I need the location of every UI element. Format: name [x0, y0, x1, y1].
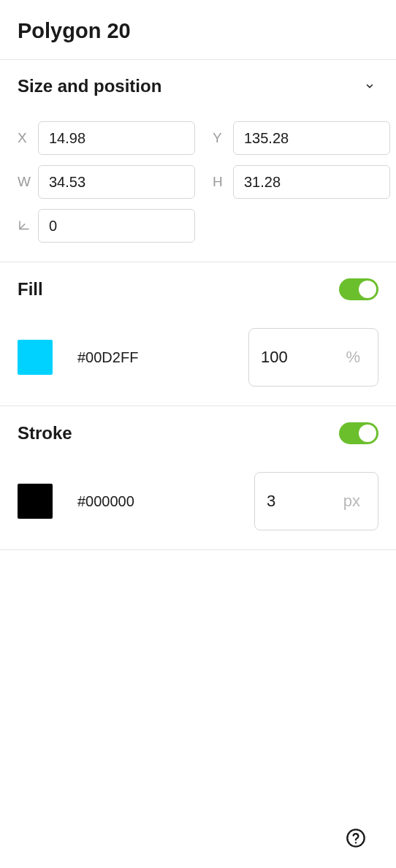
- section-header-size-position[interactable]: Size and position: [18, 76, 378, 96]
- section-fill: Fill #00D2FF %: [0, 262, 396, 406]
- label-y: Y: [213, 130, 226, 146]
- stroke-width-input[interactable]: [267, 492, 311, 511]
- fill-color-hex: #00D2FF: [77, 349, 138, 366]
- divider: [0, 549, 396, 550]
- input-x[interactable]: [38, 121, 195, 155]
- section-size-position: Size and position X Y W H: [0, 59, 396, 262]
- stroke-color-hex: #000000: [77, 493, 134, 510]
- stroke-width-box: px: [254, 472, 378, 530]
- section-title-stroke: Stroke: [18, 423, 72, 443]
- fill-opacity-input[interactable]: [261, 348, 305, 367]
- label-h: H: [213, 174, 226, 190]
- input-w[interactable]: [38, 165, 195, 199]
- stroke-toggle[interactable]: [339, 422, 378, 444]
- label-w: W: [18, 174, 31, 190]
- input-y[interactable]: [233, 121, 390, 155]
- stroke-width-unit: px: [343, 492, 360, 511]
- chevron-down-icon[interactable]: [364, 80, 376, 92]
- section-stroke: Stroke #000000 px: [0, 406, 396, 549]
- fill-opacity-unit: %: [346, 348, 360, 367]
- fill-opacity-box: %: [248, 328, 378, 387]
- help-icon[interactable]: [345, 827, 367, 849]
- label-x: X: [18, 130, 31, 146]
- size-position-fields: X Y W H: [18, 121, 378, 243]
- stroke-color-swatch[interactable]: [18, 484, 53, 519]
- rotation-icon: [18, 219, 31, 232]
- panel-title: Polygon 20: [0, 0, 396, 59]
- svg-point-0: [347, 829, 364, 846]
- section-title-fill: Fill: [18, 279, 43, 300]
- fill-toggle[interactable]: [339, 278, 378, 300]
- section-title-size-position: Size and position: [18, 76, 161, 96]
- input-h[interactable]: [233, 165, 390, 199]
- input-rotation[interactable]: [38, 209, 195, 243]
- fill-color-swatch[interactable]: [18, 340, 53, 375]
